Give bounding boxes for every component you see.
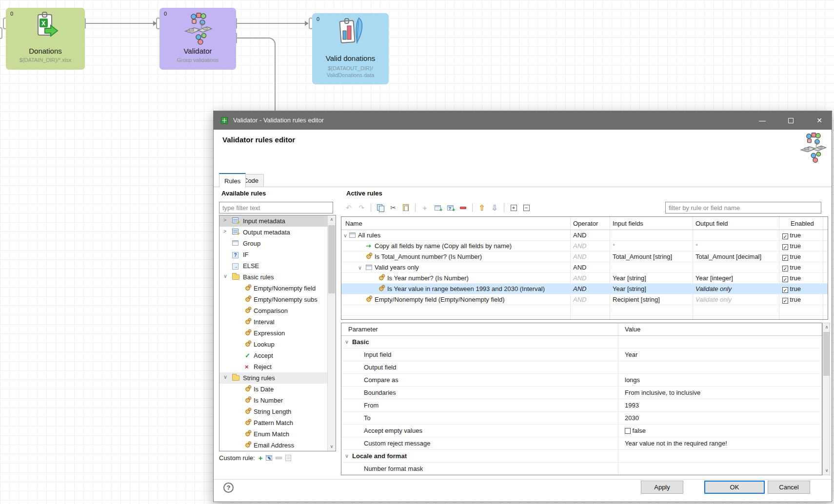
- minimize-button[interactable]: —: [751, 111, 774, 130]
- dialog-titlebar[interactable]: Validator - Validation rules editor — ✕: [214, 111, 832, 130]
- tree-item-accept[interactable]: ✓Accept: [219, 350, 327, 361]
- tree-item-if[interactable]: ?IF: [219, 249, 327, 260]
- column-header-enabled[interactable]: Enabled: [791, 220, 814, 227]
- cancel-button[interactable]: Cancel: [768, 481, 810, 494]
- active-rules-filter-input[interactable]: [665, 202, 821, 213]
- import-custom-rule-icon[interactable]: ✎: [266, 455, 272, 461]
- tree-item-email-address[interactable]: ⚙Email Address: [219, 440, 327, 451]
- enabled-checkbox[interactable]: ✓: [782, 287, 788, 293]
- empty-row[interactable]: [341, 305, 828, 316]
- tree-item-lookup[interactable]: ⚙Lookup: [219, 339, 327, 350]
- tree-item-empty-nonempty-field[interactable]: ⚙Empty/Nonempty field: [219, 283, 327, 294]
- cut-icon[interactable]: ✂: [389, 203, 397, 212]
- move-up-icon[interactable]: ⇧: [477, 203, 486, 212]
- available-rules-filter-input[interactable]: [219, 202, 333, 213]
- tree-item-basic-rules[interactable]: ∨Basic rules: [219, 271, 327, 283]
- tree-item-empty-nonempty-subs[interactable]: ⚙Empty/Nonempty subs: [219, 294, 327, 305]
- edge-validator-validdonations[interactable]: [237, 23, 306, 24]
- add-rule-icon[interactable]: +: [420, 203, 429, 212]
- tree-item-reject[interactable]: ×Reject: [219, 361, 327, 372]
- tree-item-output-metadata[interactable]: >Output metadata: [219, 227, 327, 238]
- enabled-checkbox[interactable]: ✓: [782, 266, 788, 271]
- chevron-down-icon[interactable]: ∨: [223, 273, 230, 279]
- column-header-input-fields[interactable]: Input fields: [613, 220, 643, 227]
- param-row-accept-empty-values[interactable]: Accept empty values false: [341, 425, 822, 437]
- add-custom-rule-icon[interactable]: +: [258, 454, 263, 462]
- param-row-input-field[interactable]: Input fieldYear: [341, 349, 822, 361]
- ok-button[interactable]: OK: [704, 481, 765, 494]
- help-button[interactable]: ?: [223, 483, 234, 493]
- tree-item-enum-match[interactable]: ⚙Enum Match: [219, 428, 327, 440]
- tree-item-string-rules[interactable]: ∨String rules: [219, 372, 327, 384]
- collapse-all-icon[interactable]: −: [522, 203, 531, 212]
- add-group-icon[interactable]: +: [433, 203, 442, 212]
- tree-item-string-length[interactable]: ⚙String Length: [219, 406, 327, 417]
- param-row-output-field[interactable]: Output field: [341, 361, 822, 374]
- tree-item-is-number[interactable]: ⚙Is Number: [219, 395, 327, 406]
- column-header-parameter[interactable]: Parameter: [348, 326, 378, 333]
- remove-custom-rule-icon[interactable]: [276, 457, 282, 459]
- enabled-checkbox[interactable]: ✓: [782, 244, 788, 250]
- node-validator[interactable]: 0 ? Validator Group validations: [159, 8, 236, 70]
- column-header-operator[interactable]: Operator: [573, 220, 598, 227]
- chevron-down-icon[interactable]: ∨: [345, 453, 349, 459]
- enabled-checkbox[interactable]: ✓: [782, 255, 788, 261]
- scrollbar-thumb[interactable]: [328, 225, 335, 293]
- column-header-value[interactable]: Value: [625, 326, 640, 333]
- empty-row[interactable]: [341, 316, 828, 320]
- redo-icon[interactable]: ↷: [357, 203, 366, 212]
- param-row-to[interactable]: To2030: [341, 412, 822, 425]
- scroll-up-icon[interactable]: ∧: [823, 323, 831, 331]
- value-checkbox[interactable]: [625, 428, 631, 434]
- paste-icon[interactable]: [401, 203, 410, 212]
- rule-row[interactable]: ∨Valid years onlyAND✓ true: [341, 262, 828, 273]
- tree-item-is-date[interactable]: ⚙Is Date: [219, 384, 327, 395]
- node-valid-donations[interactable]: 0 Valid donations ${DATAOUT_DIR}/ ValidD…: [312, 13, 389, 84]
- tab-rules[interactable]: Rules: [219, 173, 246, 188]
- column-header-name[interactable]: Name: [345, 220, 362, 227]
- rule-row[interactable]: ∨All rulesAND✓ true: [341, 230, 828, 241]
- column-header-output-field[interactable]: Output field: [695, 220, 728, 227]
- move-down-icon[interactable]: ⇩: [490, 203, 499, 212]
- scroll-down-icon[interactable]: ∨: [328, 443, 336, 451]
- rule-row[interactable]: ⚙Is Year value in range between 1993 and…: [341, 284, 828, 294]
- chevron-down-icon[interactable]: ∨: [223, 374, 230, 380]
- tree-item-interval[interactable]: ⚙Interval: [219, 316, 327, 328]
- enabled-checkbox[interactable]: ✓: [782, 233, 788, 239]
- apply-button[interactable]: Apply: [641, 481, 683, 494]
- edge-donations-validator[interactable]: [86, 23, 155, 24]
- chevron-right-icon[interactable]: >: [223, 228, 230, 234]
- param-row-basic[interactable]: ∨Basic: [341, 336, 822, 349]
- close-button[interactable]: ✕: [808, 111, 831, 130]
- edge-validator-down[interactable]: [237, 38, 276, 112]
- param-row-number-format-mask[interactable]: Number format mask: [341, 463, 822, 475]
- duplicate-custom-rule-icon[interactable]: [285, 455, 291, 461]
- parameters-scrollbar[interactable]: ∧ ∨: [822, 323, 830, 475]
- tree-item-input-metadata[interactable]: >Input metadata: [219, 215, 327, 227]
- chevron-right-icon[interactable]: >: [223, 217, 230, 223]
- param-row-compare-as[interactable]: Compare aslongs: [341, 374, 822, 387]
- tree-item-pattern-match[interactable]: ⚙Pattern Match: [219, 417, 327, 428]
- param-row-locale-and-format[interactable]: ∨Locale and format: [341, 450, 822, 463]
- rule-row[interactable]: ⚙Is Total_Amount number? (Is Number)ANDT…: [341, 252, 828, 262]
- chevron-down-icon[interactable]: ∨: [345, 339, 349, 345]
- tree-item-group[interactable]: Group: [219, 238, 327, 249]
- param-row-from[interactable]: From1993: [341, 399, 822, 412]
- param-row-custom-reject-message[interactable]: Custom reject messageYear value not in t…: [341, 437, 822, 450]
- canvas-edge-port[interactable]: [0, 27, 2, 39]
- remove-icon[interactable]: [458, 203, 467, 212]
- add-conditional-icon[interactable]: ?+: [446, 203, 455, 212]
- tree-scrollbar[interactable]: ∧ ∨: [327, 215, 336, 451]
- rule-row[interactable]: ⇢Copy all fields by name (Copy all field…: [341, 241, 828, 252]
- undo-icon[interactable]: ↶: [344, 203, 353, 212]
- chevron-down-icon[interactable]: ∨: [343, 233, 347, 239]
- tree-item-expression[interactable]: ⚙Expression: [219, 328, 327, 339]
- rule-row[interactable]: ⚙Is Year number? (Is Number)ANDYear [str…: [341, 273, 828, 284]
- maximize-button[interactable]: [779, 111, 802, 130]
- scrollbar-thumb[interactable]: [823, 332, 830, 376]
- enabled-checkbox[interactable]: ✓: [782, 276, 788, 282]
- scroll-up-icon[interactable]: ∧: [328, 215, 336, 224]
- expand-all-icon[interactable]: +: [509, 203, 518, 212]
- param-row-boundaries[interactable]: BoundariesFrom inclusive, to inclusive: [341, 387, 822, 399]
- node-donations[interactable]: 0 X Donations ${DATAIN_DIR}/*.xlsx: [6, 8, 85, 70]
